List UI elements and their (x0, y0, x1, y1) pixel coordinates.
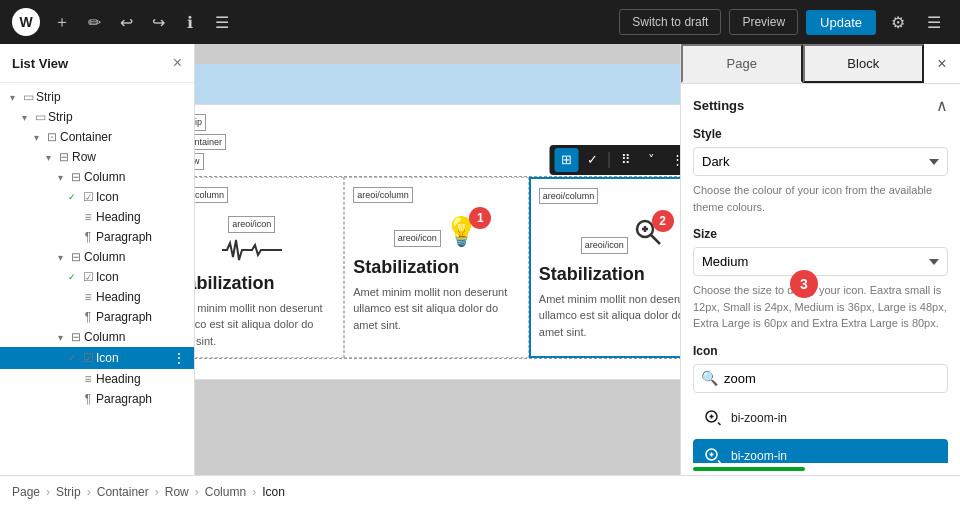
list-view-close-button[interactable]: × (173, 54, 182, 72)
tree-item-container[interactable]: ▾ ⊡ Container (0, 127, 194, 147)
size-label: Size (693, 227, 948, 241)
badge-1: 1 (469, 207, 491, 229)
tree-item-col1[interactable]: ▾ ⊟ Column (0, 167, 194, 187)
toolbar-more-button[interactable]: ⋮ (666, 148, 680, 172)
icon3-wrapper: 2 (632, 216, 664, 251)
canvas-column-1[interactable]: areoi/column areoi/icon Stabilization Am… (195, 177, 344, 359)
panel-close-button[interactable]: × (924, 44, 960, 83)
list-view-button[interactable]: ☰ (208, 8, 236, 36)
breadcrumb-row[interactable]: Row (165, 485, 189, 499)
tab-block[interactable]: Block (803, 44, 925, 83)
expand-icon-heading3 (64, 374, 80, 385)
canvas-area: areoi/strip areoi/container areoi/row ar… (195, 44, 680, 475)
edit-button[interactable]: ✏ (80, 8, 108, 36)
icon-result-label-2: bi-zoom-in (731, 449, 787, 463)
breadcrumb-column[interactable]: Column (205, 485, 246, 499)
tree-label-icon1: Icon (96, 190, 194, 204)
expand-icon-col1[interactable]: ▾ (52, 172, 68, 183)
tree-item-strip1[interactable]: ▾ ▭ Strip (0, 87, 194, 107)
breadcrumb-container[interactable]: Container (97, 485, 149, 499)
icon1-block-icon: ☑ (80, 190, 96, 204)
badge-2: 2 (652, 210, 674, 232)
expand-icon-strip1[interactable]: ▾ (4, 92, 20, 103)
expand-icon-container[interactable]: ▾ (28, 132, 44, 143)
tree-item-para3[interactable]: ¶ Paragraph (0, 389, 194, 409)
canvas-content: areoi/strip areoi/container areoi/row ar… (195, 104, 680, 380)
tree-item-para2[interactable]: ¶ Paragraph (0, 307, 194, 327)
tree-label-row: Row (72, 150, 194, 164)
breadcrumb-icon[interactable]: Icon (262, 485, 285, 499)
wp-logo[interactable]: W (12, 8, 40, 36)
col1-icon-area: areoi/icon (195, 215, 335, 265)
bi-zoom-in-icon-1 (703, 408, 723, 428)
undo-button[interactable]: ↩ (112, 8, 140, 36)
para2-block-icon: ¶ (80, 310, 96, 324)
options-button[interactable]: ☰ (920, 8, 948, 36)
panel-tabs: Page Block × (681, 44, 960, 84)
tree-item-icon2[interactable]: ✓ ☑ Icon (0, 267, 194, 287)
tree-item-icon1[interactable]: ✓ ☑ Icon (0, 187, 194, 207)
icon-setting: Icon 🔍 bi-zoom-in (693, 344, 948, 464)
tree-item-heading1[interactable]: ≡ Heading (0, 207, 194, 227)
expand-icon-row[interactable]: ▾ (40, 152, 56, 163)
icon-search-input[interactable] (693, 364, 948, 393)
breadcrumb-page[interactable]: Page (12, 485, 40, 499)
toolbar-drag-button[interactable]: ⠿ (614, 148, 638, 172)
strip2-block-icon: ▭ (32, 110, 48, 124)
topbar-right: Switch to draft Preview Update ⚙ ☰ (619, 8, 948, 36)
col1-heading: Stabilization (195, 273, 335, 294)
add-block-button[interactable]: ＋ (48, 8, 76, 36)
preview-button[interactable]: Preview (729, 9, 798, 35)
expand-icon-strip2[interactable]: ▾ (16, 112, 32, 123)
expand-icon-icon1: ✓ (64, 192, 80, 202)
col2-area-label: areoi/column (353, 187, 413, 204)
left-sidebar: List View × ▾ ▭ Strip ▾ ▭ Strip ▾ ⊡ Cont… (0, 44, 195, 475)
tree-item-heading2[interactable]: ≡ Heading (0, 287, 194, 307)
settings-toggle-button[interactable]: ∧ (936, 96, 948, 115)
para3-block-icon: ¶ (80, 392, 96, 406)
settings-section-title: Settings (693, 98, 744, 113)
details-button[interactable]: ℹ (176, 8, 204, 36)
size-select[interactable]: Extra Small Medium Small Large Extra Ext… (693, 247, 948, 276)
canvas-column-3[interactable]: ⊞ ✓ ⠿ ˅ ⋮ areoi/column areoi/icon (529, 177, 680, 359)
expand-icon-para3 (64, 394, 80, 405)
expand-icon-col3[interactable]: ▾ (52, 332, 68, 343)
redo-button[interactable]: ↪ (144, 8, 172, 36)
tree-label-para3: Paragraph (96, 392, 194, 406)
tree-item-row[interactable]: ▾ ⊟ Row (0, 147, 194, 167)
tree-item-icon3[interactable]: ✓ ☑ Icon ⋮ (0, 347, 194, 369)
breadcrumb-sep-3: › (155, 485, 159, 499)
tree-label-col3: Column (84, 330, 194, 344)
update-button[interactable]: Update (806, 10, 876, 35)
tree-item-para1[interactable]: ¶ Paragraph (0, 227, 194, 247)
tree-item-col2[interactable]: ▾ ⊟ Column (0, 247, 194, 267)
col2-block-icon: ⊟ (68, 250, 84, 264)
icon-result-1[interactable]: bi-zoom-in (693, 401, 948, 435)
icon-result-2[interactable]: bi-zoom-in (693, 439, 948, 464)
expand-icon-para2 (64, 312, 80, 323)
col3-paragraph: Amet minim mollit non deserunt ullamco e… (539, 291, 680, 341)
tree-item-more-button[interactable]: ⋮ (168, 350, 190, 366)
col2-heading: Stabilization (353, 257, 520, 278)
col1-block-icon: ⊟ (68, 170, 84, 184)
toolbar-check-button[interactable]: ✓ (581, 148, 605, 172)
row-block-icon: ⊟ (56, 150, 72, 164)
col2-paragraph: Amet minim mollit non deserunt ullamco e… (353, 284, 520, 334)
topbar: W ＋ ✏ ↩ ↪ ℹ ☰ Switch to draft Preview Up… (0, 0, 960, 44)
icon-label: Icon (693, 344, 948, 358)
tree-item-strip2[interactable]: ▾ ▭ Strip (0, 107, 194, 127)
toolbar-chevron-button[interactable]: ˅ (640, 148, 664, 172)
tab-page[interactable]: Page (681, 44, 803, 83)
settings-button[interactable]: ⚙ (884, 8, 912, 36)
breadcrumb-sep-5: › (252, 485, 256, 499)
switch-to-draft-button[interactable]: Switch to draft (619, 9, 721, 35)
breadcrumb-strip[interactable]: Strip (56, 485, 81, 499)
expand-icon-heading1 (64, 212, 80, 223)
tree-item-col3[interactable]: ▾ ⊟ Column (0, 327, 194, 347)
toolbar-grid-button[interactable]: ⊞ (555, 148, 579, 172)
tree-item-heading3[interactable]: ≡ Heading (0, 369, 194, 389)
canvas-column-2[interactable]: areoi/column areoi/icon 💡 1 Stabilizatio… (344, 177, 529, 359)
style-select[interactable]: Dark Default Light (693, 147, 948, 176)
expand-icon-col2[interactable]: ▾ (52, 252, 68, 263)
size-setting: Size Extra Small Medium Small Large Extr… (693, 227, 948, 332)
